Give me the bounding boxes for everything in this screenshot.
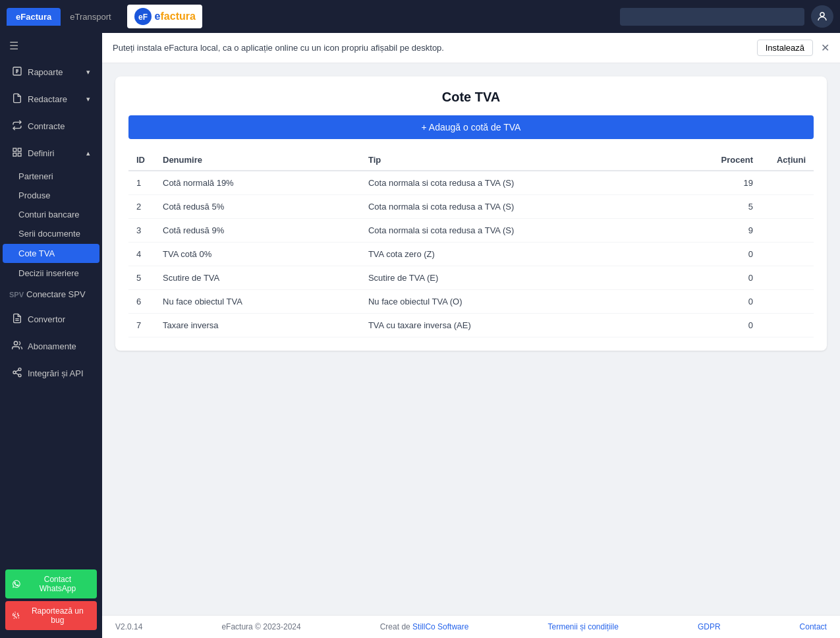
sidebar-item-abonamente[interactable]: Abonamente xyxy=(3,334,99,359)
whatsapp-icon xyxy=(12,579,21,589)
table-row: 7 Taxare inversa TVA cu taxare inversa (… xyxy=(128,314,814,337)
sidebar-item-contracte[interactable]: Contracte xyxy=(3,113,99,139)
sidebar-sub-conturi[interactable]: Conturi bancare xyxy=(0,205,102,224)
page-card: Cote TVA + Adaugă o cotă de TVA ID Denum… xyxy=(115,76,827,351)
install-button[interactable]: Instalează xyxy=(757,40,813,56)
footer-created: Creat de StillCo Software xyxy=(380,622,469,631)
whatsapp-label: Contact WhatsApp xyxy=(25,575,90,593)
cell-id: 7 xyxy=(128,314,155,337)
table-row: 1 Cotă normală 19% Cota normala si cota … xyxy=(128,171,814,195)
redactare-arrow: ▾ xyxy=(86,95,90,103)
sidebar-bottom: Contact WhatsApp Raportează un bug xyxy=(0,567,102,638)
cell-procent: 0 xyxy=(708,266,761,290)
user-icon xyxy=(816,11,828,22)
definiri-icon xyxy=(12,147,22,160)
svg-point-11 xyxy=(18,368,21,370)
sidebar-label-integrari: Integrări și API xyxy=(28,368,84,378)
sidebar-item-spv[interactable]: SPV Conectare SPV xyxy=(0,283,102,306)
cell-denumire: Taxare inversa xyxy=(155,314,360,337)
rapoarte-icon xyxy=(12,66,22,78)
col-denumire: Denumire xyxy=(155,150,360,171)
cell-denumire: Scutire de TVA xyxy=(155,266,360,290)
sidebar-item-convertor[interactable]: Convertor xyxy=(3,306,99,332)
svg-point-13 xyxy=(18,374,21,377)
cell-actiuni xyxy=(761,266,814,290)
install-banner: Puteți instala eFactura local, ca o apli… xyxy=(102,33,840,63)
cell-actiuni xyxy=(761,290,814,314)
svg-rect-4 xyxy=(13,148,16,152)
user-icon-button[interactable] xyxy=(811,5,833,28)
sidebar-item-rapoarte[interactable]: Rapoarte ▾ xyxy=(3,59,99,85)
cell-id: 6 xyxy=(128,290,155,314)
cell-id: 3 xyxy=(128,219,155,243)
definiri-arrow: ▴ xyxy=(86,149,90,158)
bug-icon xyxy=(12,611,21,620)
cell-id: 2 xyxy=(128,195,155,219)
sidebar-label-definiri: Definiri xyxy=(28,148,54,158)
svg-rect-6 xyxy=(18,153,21,156)
sidebar-item-integrari[interactable]: Integrări și API xyxy=(3,361,99,386)
search-input[interactable] xyxy=(620,8,804,26)
cell-procent: 0 xyxy=(708,290,761,314)
tab-efactura[interactable]: eFactura xyxy=(7,8,61,26)
sidebar-label-abonamente: Abonamente xyxy=(28,341,76,351)
cell-id: 5 xyxy=(128,266,155,290)
sidebar-item-redactare[interactable]: Redactare ▾ xyxy=(3,86,99,112)
sidebar-toggle[interactable]: ☰ xyxy=(0,33,102,59)
creator-link[interactable]: StillCo Software xyxy=(412,622,468,631)
cell-procent: 9 xyxy=(708,219,761,243)
table-row: 6 Nu face obiectul TVA Nu face obiectul … xyxy=(128,290,814,314)
cell-actiuni xyxy=(761,219,814,243)
footer: V2.0.14 eFactura © 2023-2024 Creat de St… xyxy=(102,615,840,638)
col-procent: Procent xyxy=(708,150,761,171)
contact-link[interactable]: Contact xyxy=(800,622,827,631)
col-actiuni: Acțiuni xyxy=(761,150,814,171)
close-banner-button[interactable]: ✕ xyxy=(821,42,829,54)
svg-rect-5 xyxy=(18,148,21,152)
sidebar-sub-cote-tva[interactable]: Cote TVA xyxy=(3,244,99,263)
logo-area: eF efactura xyxy=(127,5,202,28)
footer-version: V2.0.14 xyxy=(115,622,142,631)
sidebar-label-spv: Conectare SPV xyxy=(26,289,86,299)
svg-line-15 xyxy=(16,370,19,372)
cell-tip: Cota normala si cota redusa a TVA (S) xyxy=(360,171,708,195)
cell-actiuni xyxy=(761,171,814,195)
svg-point-10 xyxy=(14,341,17,345)
redactare-icon xyxy=(12,93,22,105)
col-tip: Tip xyxy=(360,150,708,171)
svg-text:eF: eF xyxy=(138,13,148,22)
gdpr-link[interactable]: GDPR xyxy=(698,622,721,631)
add-cota-button[interactable]: + Adaugă o cotă de TVA xyxy=(128,115,814,139)
integrari-icon xyxy=(12,367,22,380)
table-row: 4 TVA cotă 0% TVA cota zero (Z) 0 xyxy=(128,243,814,266)
report-label: Raportează un bug xyxy=(25,606,90,625)
sidebar-sub-produse[interactable]: Produse xyxy=(0,186,102,205)
col-id: ID xyxy=(128,150,155,171)
cell-denumire: Cotă redusă 5% xyxy=(155,195,360,219)
sidebar-label-rapoarte: Rapoarte xyxy=(28,67,63,77)
sidebar-sub-parteneri[interactable]: Parteneri xyxy=(0,167,102,186)
tab-etransport[interactable]: eTransport xyxy=(61,8,120,26)
sidebar-label-convertor: Convertor xyxy=(28,314,65,324)
cell-denumire: Nu face obiectul TVA xyxy=(155,290,360,314)
sidebar-sub-serii[interactable]: Serii documente xyxy=(0,224,102,243)
report-bug-button[interactable]: Raportează un bug xyxy=(5,601,97,630)
page-title: Cote TVA xyxy=(128,90,814,105)
cote-tva-table: ID Denumire Tip Procent Acțiuni 1 Cotă n… xyxy=(128,150,814,337)
sidebar-sub-decizii[interactable]: Decizii inseriere xyxy=(0,264,102,283)
install-banner-text: Puteți instala eFactura local, ca o apli… xyxy=(113,43,444,53)
cell-tip: Scutire de TVA (E) xyxy=(360,266,708,290)
sidebar-label-contracte: Contracte xyxy=(28,121,65,131)
top-header: eFactura eTransport eF efactura xyxy=(0,0,840,33)
cell-tip: TVA cu taxare inversa (AE) xyxy=(360,314,708,337)
sidebar-item-definiri[interactable]: Definiri ▴ xyxy=(3,140,99,166)
whatsapp-button[interactable]: Contact WhatsApp xyxy=(5,569,97,598)
cell-denumire: Cotă redusă 9% xyxy=(155,219,360,243)
terms-link[interactable]: Termenii și condițiile xyxy=(547,622,618,631)
abonamente-icon xyxy=(12,340,22,353)
sidebar-label-redactare: Redactare xyxy=(28,94,67,104)
cell-procent: 5 xyxy=(708,195,761,219)
svg-rect-7 xyxy=(13,153,16,156)
svg-point-2 xyxy=(820,13,824,16)
cell-actiuni xyxy=(761,195,814,219)
